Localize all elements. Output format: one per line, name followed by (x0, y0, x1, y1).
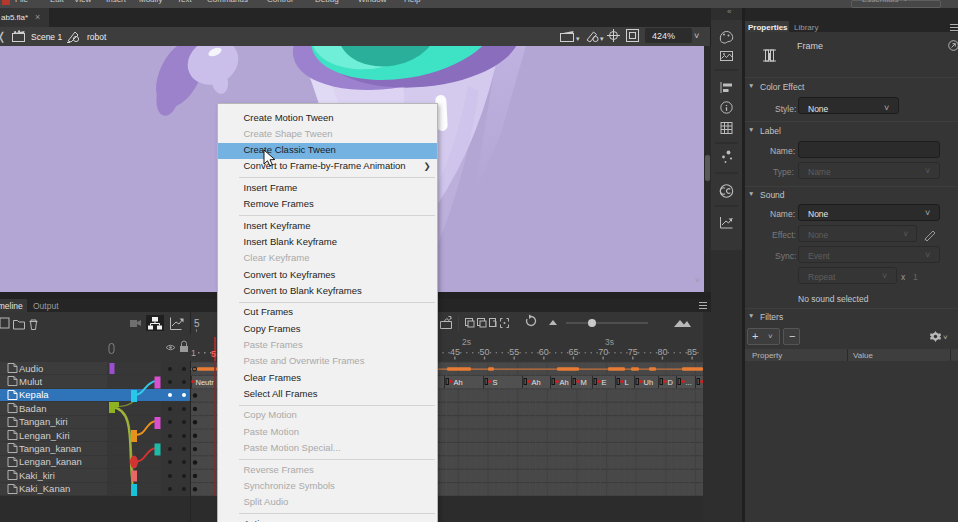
svg-text:S: S (493, 378, 498, 387)
svg-text:Uh: Uh (644, 378, 654, 387)
svg-text:E: E (602, 378, 607, 387)
svg-text:Ah: Ah (532, 378, 541, 387)
svg-text:...: ... (686, 378, 692, 387)
svg-text:M: M (581, 378, 587, 387)
svg-text:Ah: Ah (560, 378, 569, 387)
svg-text:Ah: Ah (454, 378, 463, 387)
svg-text:D: D (668, 378, 674, 387)
svg-text:5: 5 (194, 318, 200, 329)
svg-text:L: L (625, 378, 629, 387)
svg-text:Neutr: Neutr (196, 378, 215, 387)
